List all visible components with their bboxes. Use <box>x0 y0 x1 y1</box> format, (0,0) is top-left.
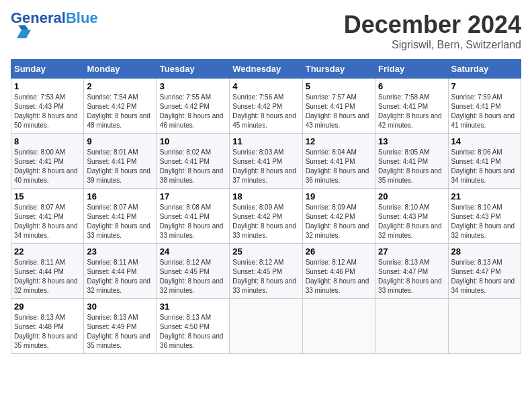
day-number: 16 <box>87 191 153 201</box>
calendar-cell: 10Sunrise: 8:02 AMSunset: 4:41 PMDayligh… <box>157 134 229 189</box>
calendar-cell: 18Sunrise: 8:09 AMSunset: 4:42 PMDayligh… <box>230 189 302 244</box>
calendar-cell: 20Sunrise: 8:10 AMSunset: 4:43 PMDayligh… <box>375 189 448 244</box>
logo-text: GeneralBlue <box>11 11 98 26</box>
calendar-cell <box>448 299 521 354</box>
page-header: GeneralBlue December 2024 Sigriswil, Ber… <box>11 11 521 51</box>
calendar-cell: 24Sunrise: 8:12 AMSunset: 4:45 PMDayligh… <box>157 244 229 299</box>
weekday-header-tuesday: Tuesday <box>157 60 229 79</box>
day-number: 22 <box>14 246 81 257</box>
day-detail: Sunrise: 7:53 AMSunset: 4:43 PMDaylight:… <box>14 93 78 129</box>
calendar-cell: 23Sunrise: 8:11 AMSunset: 4:44 PMDayligh… <box>84 244 157 299</box>
day-detail: Sunrise: 8:12 AMSunset: 4:46 PMDaylight:… <box>306 259 369 294</box>
day-detail: Sunrise: 8:10 AMSunset: 4:43 PMDaylight:… <box>378 203 442 239</box>
calendar-cell: 7Sunrise: 7:59 AMSunset: 4:41 PMDaylight… <box>448 79 521 134</box>
day-number: 12 <box>306 136 372 146</box>
day-number: 1 <box>14 81 81 91</box>
day-detail: Sunrise: 8:09 AMSunset: 4:42 PMDaylight:… <box>232 203 296 239</box>
day-number: 8 <box>14 136 81 146</box>
day-detail: Sunrise: 7:56 AMSunset: 4:42 PMDaylight:… <box>232 93 296 129</box>
day-number: 3 <box>160 81 226 91</box>
day-number: 18 <box>232 191 299 201</box>
day-number: 13 <box>378 136 445 146</box>
day-number: 15 <box>14 191 81 201</box>
day-detail: Sunrise: 8:01 AMSunset: 4:41 PMDaylight:… <box>87 148 150 184</box>
day-number: 31 <box>160 302 226 312</box>
day-number: 7 <box>451 81 518 91</box>
day-detail: Sunrise: 7:54 AMSunset: 4:42 PMDaylight:… <box>87 93 150 129</box>
calendar-cell <box>230 299 302 354</box>
calendar-cell: 21Sunrise: 8:10 AMSunset: 4:43 PMDayligh… <box>448 189 521 244</box>
calendar-header-row: SundayMondayTuesdayWednesdayThursdayFrid… <box>11 60 521 79</box>
day-number: 27 <box>378 246 445 257</box>
day-detail: Sunrise: 8:04 AMSunset: 4:41 PMDaylight:… <box>306 148 369 184</box>
calendar-cell: 15Sunrise: 8:07 AMSunset: 4:41 PMDayligh… <box>11 189 84 244</box>
weekday-header-wednesday: Wednesday <box>230 60 302 79</box>
calendar-cell: 16Sunrise: 8:07 AMSunset: 4:41 PMDayligh… <box>84 189 157 244</box>
calendar-cell: 4Sunrise: 7:56 AMSunset: 4:42 PMDaylight… <box>230 79 302 134</box>
main-title: December 2024 <box>344 11 521 39</box>
calendar-week-row: 8Sunrise: 8:00 AMSunset: 4:41 PMDaylight… <box>11 134 521 189</box>
calendar-cell: 11Sunrise: 8:03 AMSunset: 4:41 PMDayligh… <box>230 134 302 189</box>
calendar-cell: 27Sunrise: 8:13 AMSunset: 4:47 PMDayligh… <box>375 244 448 299</box>
calendar-cell: 14Sunrise: 8:06 AMSunset: 4:41 PMDayligh… <box>448 134 521 189</box>
day-detail: Sunrise: 8:12 AMSunset: 4:45 PMDaylight:… <box>232 259 296 294</box>
calendar-cell: 3Sunrise: 7:55 AMSunset: 4:42 PMDaylight… <box>157 79 229 134</box>
day-number: 14 <box>451 136 518 146</box>
day-number: 5 <box>306 81 372 91</box>
day-detail: Sunrise: 8:02 AMSunset: 4:41 PMDaylight:… <box>160 148 224 184</box>
day-detail: Sunrise: 7:58 AMSunset: 4:41 PMDaylight:… <box>378 93 442 129</box>
day-detail: Sunrise: 7:57 AMSunset: 4:41 PMDaylight:… <box>306 93 369 129</box>
logo: GeneralBlue <box>11 11 98 42</box>
title-area: December 2024 Sigriswil, Bern, Switzerla… <box>344 11 521 51</box>
day-detail: Sunrise: 8:07 AMSunset: 4:41 PMDaylight:… <box>14 203 78 239</box>
calendar-cell: 31Sunrise: 8:13 AMSunset: 4:50 PMDayligh… <box>157 299 229 354</box>
calendar-cell: 6Sunrise: 7:58 AMSunset: 4:41 PMDaylight… <box>375 79 448 134</box>
calendar-cell: 9Sunrise: 8:01 AMSunset: 4:41 PMDaylight… <box>84 134 157 189</box>
calendar-cell: 2Sunrise: 7:54 AMSunset: 4:42 PMDaylight… <box>84 79 157 134</box>
day-number: 28 <box>451 246 518 257</box>
calendar-cell: 5Sunrise: 7:57 AMSunset: 4:41 PMDaylight… <box>302 79 375 134</box>
day-number: 29 <box>14 302 81 312</box>
calendar-cell: 29Sunrise: 8:13 AMSunset: 4:48 PMDayligh… <box>11 299 84 354</box>
day-detail: Sunrise: 8:13 AMSunset: 4:47 PMDaylight:… <box>378 259 442 294</box>
day-number: 9 <box>87 136 153 146</box>
svg-marker-0 <box>17 30 31 39</box>
day-number: 19 <box>306 191 372 201</box>
day-number: 20 <box>378 191 445 201</box>
calendar-cell: 17Sunrise: 8:08 AMSunset: 4:41 PMDayligh… <box>157 189 229 244</box>
day-number: 25 <box>232 246 299 257</box>
calendar-cell: 8Sunrise: 8:00 AMSunset: 4:41 PMDaylight… <box>11 134 84 189</box>
day-detail: Sunrise: 8:06 AMSunset: 4:41 PMDaylight:… <box>451 148 515 184</box>
day-number: 17 <box>160 191 226 201</box>
calendar-cell: 1Sunrise: 7:53 AMSunset: 4:43 PMDaylight… <box>11 79 84 134</box>
day-number: 10 <box>160 136 226 146</box>
calendar-cell: 28Sunrise: 8:13 AMSunset: 4:47 PMDayligh… <box>448 244 521 299</box>
day-detail: Sunrise: 8:13 AMSunset: 4:50 PMDaylight:… <box>160 314 224 349</box>
day-detail: Sunrise: 8:03 AMSunset: 4:41 PMDaylight:… <box>232 148 296 184</box>
calendar-cell: 26Sunrise: 8:12 AMSunset: 4:46 PMDayligh… <box>302 244 375 299</box>
day-detail: Sunrise: 8:13 AMSunset: 4:49 PMDaylight:… <box>87 314 150 349</box>
logo-general: General <box>11 9 66 26</box>
day-detail: Sunrise: 8:10 AMSunset: 4:43 PMDaylight:… <box>451 203 515 239</box>
calendar-cell <box>302 299 375 354</box>
day-detail: Sunrise: 8:07 AMSunset: 4:41 PMDaylight:… <box>87 203 150 239</box>
calendar-week-row: 29Sunrise: 8:13 AMSunset: 4:48 PMDayligh… <box>11 299 521 354</box>
day-detail: Sunrise: 8:11 AMSunset: 4:44 PMDaylight:… <box>87 259 150 294</box>
day-number: 6 <box>378 81 445 91</box>
calendar-cell: 19Sunrise: 8:09 AMSunset: 4:42 PMDayligh… <box>302 189 375 244</box>
weekday-header-saturday: Saturday <box>448 60 521 79</box>
weekday-header-sunday: Sunday <box>11 60 84 79</box>
calendar-cell <box>375 299 448 354</box>
calendar-table: SundayMondayTuesdayWednesdayThursdayFrid… <box>11 59 521 354</box>
day-detail: Sunrise: 8:11 AMSunset: 4:44 PMDaylight:… <box>14 259 78 294</box>
day-detail: Sunrise: 8:13 AMSunset: 4:47 PMDaylight:… <box>451 259 515 294</box>
day-detail: Sunrise: 7:59 AMSunset: 4:41 PMDaylight:… <box>451 93 515 129</box>
day-number: 23 <box>87 246 153 257</box>
day-number: 26 <box>306 246 372 257</box>
day-number: 21 <box>451 191 518 201</box>
day-number: 24 <box>160 246 226 257</box>
subtitle: Sigriswil, Bern, Switzerland <box>344 39 521 51</box>
day-number: 4 <box>232 81 299 91</box>
calendar-cell: 12Sunrise: 8:04 AMSunset: 4:41 PMDayligh… <box>302 134 375 189</box>
calendar-cell: 22Sunrise: 8:11 AMSunset: 4:44 PMDayligh… <box>11 244 84 299</box>
